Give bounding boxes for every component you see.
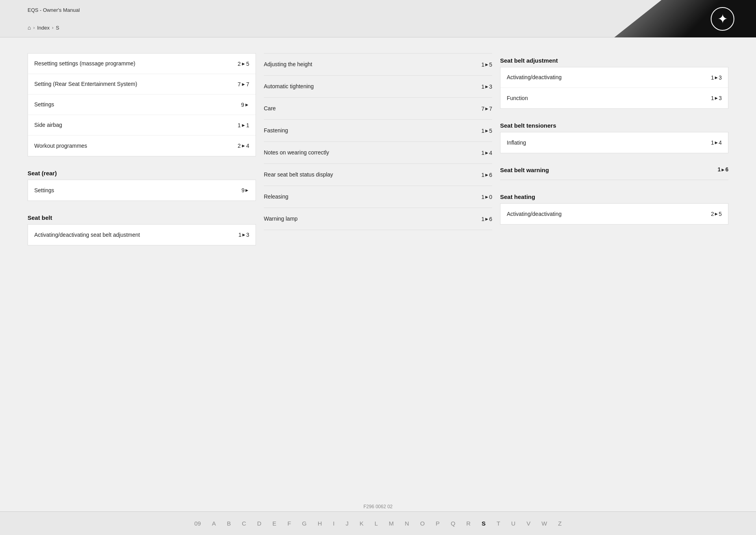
alpha-K[interactable]: K: [359, 520, 363, 527]
list-item[interactable]: Rear seat belt status display 1►6: [264, 164, 492, 186]
list-item[interactable]: Activating/deactivating seat belt adjust…: [28, 225, 256, 245]
belt-warning-page: 1►6: [718, 166, 728, 173]
section-seat-belt: Seat belt: [28, 210, 256, 223]
section-belt-warning: Seat belt warning 1►6: [500, 163, 728, 180]
column-1: Resetting settings (massage programme) 2…: [28, 53, 256, 248]
section-belt-adjustment: Seat belt adjustment Activating/deactiva…: [500, 53, 728, 109]
belt-tensioners-box: Inflating 1►4: [500, 132, 728, 153]
list-item[interactable]: Inflating 1►4: [500, 132, 728, 153]
seat-rear-box: Settings 9►: [28, 180, 256, 201]
list-item[interactable]: Activating/deactivating 1►3: [500, 67, 728, 88]
list-item[interactable]: Adjusting the height 1►5: [264, 54, 492, 76]
alpha-Q[interactable]: Q: [451, 520, 456, 527]
header: EQS - Owner's Manual ⌂ › Index › S ✦: [0, 0, 756, 37]
list-item[interactable]: Workout programmes 2►4: [28, 136, 256, 156]
alpha-J[interactable]: J: [346, 520, 349, 527]
alpha-M[interactable]: M: [389, 520, 394, 527]
breadcrumb-index[interactable]: Index: [37, 25, 50, 31]
alpha-L[interactable]: L: [374, 520, 378, 527]
alpha-W[interactable]: W: [541, 520, 547, 527]
alpha-H[interactable]: H: [318, 520, 322, 527]
breadcrumb: ⌂ › Index › S: [28, 24, 59, 31]
section-seat-rear: Seat (rear): [28, 166, 256, 179]
seat-heating-box: Activating/deactivating 2►5: [500, 203, 728, 225]
alpha-P[interactable]: P: [436, 520, 440, 527]
list-item[interactable]: Warning lamp 1►6: [264, 208, 492, 230]
breadcrumb-arrow-2: ›: [52, 25, 54, 30]
footer-code: F296 0062 02: [363, 504, 393, 509]
home-icon[interactable]: ⌂: [28, 24, 31, 31]
list-item[interactable]: Activating/deactivating 2►5: [500, 204, 728, 224]
list-item[interactable]: Fastening 1►5: [264, 120, 492, 142]
alpha-B[interactable]: B: [227, 520, 231, 527]
alpha-G[interactable]: G: [302, 520, 307, 527]
list-item[interactable]: Function 1►3: [500, 88, 728, 108]
list-item[interactable]: Resetting settings (massage programme) 2…: [28, 54, 256, 74]
mercedes-logo: ✦: [711, 7, 734, 31]
list-item[interactable]: Settings 9►: [28, 180, 256, 201]
belt-adjustment-box: Activating/deactivating 1►3 Function 1►3: [500, 67, 728, 109]
list-item[interactable]: Side airbag 1►1: [28, 115, 256, 136]
list-item[interactable]: Automatic tightening 1►3: [264, 76, 492, 98]
alpha-N[interactable]: N: [405, 520, 409, 527]
alpha-I[interactable]: I: [333, 520, 335, 527]
list-item[interactable]: Settings 9►: [28, 95, 256, 115]
list-item[interactable]: Setting (Rear Seat Entertainment System)…: [28, 74, 256, 95]
alpha-O[interactable]: O: [420, 520, 425, 527]
breadcrumb-s: S: [56, 25, 59, 31]
logo-area: ✦: [614, 0, 756, 37]
col1-top-box: Resetting settings (massage programme) 2…: [28, 53, 256, 156]
alpha-Z[interactable]: Z: [558, 520, 561, 527]
alpha-U[interactable]: U: [511, 520, 515, 527]
list-item[interactable]: Care 7►7: [264, 98, 492, 120]
list-item[interactable]: Notes on wearing correctly 1►4: [264, 142, 492, 164]
section-seat-heating: Seat heating Activating/deactivating 2►5: [500, 189, 728, 225]
alpha-T[interactable]: T: [497, 520, 500, 527]
alpha-R[interactable]: R: [466, 520, 471, 527]
alpha-A[interactable]: A: [212, 520, 216, 527]
alpha-F[interactable]: F: [287, 520, 291, 527]
alpha-V[interactable]: V: [526, 520, 530, 527]
alpha-D[interactable]: D: [257, 520, 261, 527]
main-content: Resetting settings (massage programme) 2…: [0, 37, 756, 264]
alpha-E[interactable]: E: [272, 520, 276, 527]
column-3: Seat belt adjustment Activating/deactiva…: [500, 53, 728, 248]
alpha-C[interactable]: C: [242, 520, 246, 527]
alpha-09[interactable]: 09: [194, 520, 201, 527]
breadcrumb-arrow-1: ›: [33, 25, 35, 30]
list-item[interactable]: Releasing 1►0: [264, 186, 492, 208]
column-2: Adjusting the height 1►5 Automatic tight…: [264, 53, 492, 248]
section-belt-tensioners: Seat belt tensioners Inflating 1►4: [500, 118, 728, 153]
app-title: EQS - Owner's Manual: [28, 7, 80, 13]
seat-belt-box: Activating/deactivating seat belt adjust…: [28, 224, 256, 245]
alpha-S[interactable]: S: [482, 520, 485, 527]
alphabet-nav: 09 A B C D E F G H I J K L M N O P Q R S…: [0, 511, 756, 535]
